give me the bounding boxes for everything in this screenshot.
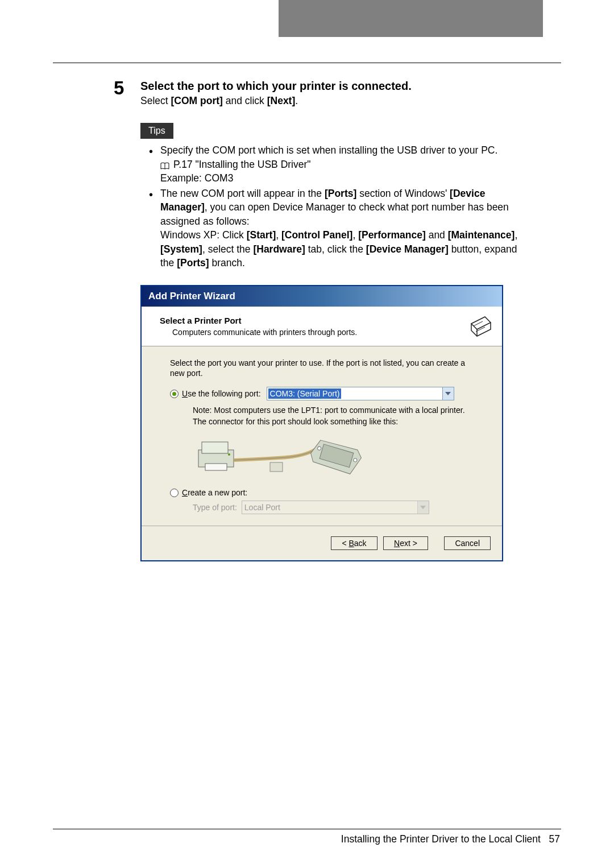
t2j: , bbox=[352, 229, 358, 241]
add-printer-wizard-dialog: Add Printer Wizard Select a Printer Port… bbox=[140, 285, 503, 562]
t2f: Windows XP: Click bbox=[160, 229, 247, 241]
svg-rect-2 bbox=[202, 442, 228, 453]
radio-use-following-port[interactable]: Use the following port: COM3: (Serial Po… bbox=[170, 387, 474, 400]
t2g: [Start] bbox=[247, 229, 276, 241]
type-of-port-dropdown: Local Port bbox=[242, 501, 429, 514]
t2b: [Ports] bbox=[325, 188, 356, 199]
chevron-down-icon[interactable] bbox=[442, 387, 454, 400]
header-gray-block bbox=[279, 0, 543, 37]
svg-rect-3 bbox=[205, 464, 227, 470]
radio-create-label: Create a new port: bbox=[182, 488, 247, 497]
t2l: and bbox=[426, 229, 448, 241]
step-subtext-bold2: [Next] bbox=[267, 95, 296, 106]
step-subtext-suffix: . bbox=[295, 95, 298, 106]
step-subtext-mid: and click bbox=[223, 95, 267, 106]
t2h: , bbox=[276, 229, 281, 241]
next-u: N bbox=[394, 539, 400, 548]
tips-list: Specify the COM port which is set when i… bbox=[148, 143, 533, 270]
top-divider bbox=[53, 63, 561, 63]
radio-create-rest: reate a new port: bbox=[188, 488, 247, 497]
port-select-dropdown[interactable]: COM3: (Serial Port) bbox=[267, 387, 454, 400]
t2v: branch. bbox=[209, 257, 245, 268]
t2i: [Control Panel] bbox=[281, 229, 352, 241]
footer-text: Installing the Printer Driver to the Loc… bbox=[341, 833, 560, 845]
next-rest: ext > bbox=[400, 539, 417, 548]
t2n: , bbox=[515, 229, 517, 241]
tips-1-ref: P.17 "Installing the USB Driver" bbox=[173, 159, 311, 170]
step-heading: Select the port to which your printer is… bbox=[140, 80, 533, 93]
back-rest: ack bbox=[354, 539, 367, 548]
next-button[interactable]: Next > bbox=[383, 536, 428, 550]
connector-illustration bbox=[193, 431, 474, 478]
wizard-body: Select the port you want your printer to… bbox=[142, 346, 502, 526]
t2m: [Maintenance] bbox=[448, 229, 515, 241]
radio-use-label: Use the following port: bbox=[182, 389, 261, 398]
port-select-value: COM3: (Serial Port) bbox=[268, 388, 342, 399]
svg-rect-5 bbox=[270, 462, 283, 472]
tips-item-2: The new COM port will appear in the [Por… bbox=[148, 187, 533, 270]
back-prefix: < bbox=[342, 539, 349, 548]
radio-circle-unselected bbox=[170, 489, 179, 497]
note-line2: The connector for this port should look … bbox=[193, 417, 398, 426]
t2k: [Performance] bbox=[358, 229, 426, 241]
step-subtext: Select [COM port] and click [Next]. bbox=[140, 95, 533, 107]
wizard-header-title: Select a Printer Port bbox=[160, 316, 491, 325]
t2u: [Ports] bbox=[177, 257, 209, 268]
t2s: [Device Manager] bbox=[366, 243, 449, 255]
type-of-port-label: Type of port: bbox=[193, 503, 237, 512]
bottom-divider bbox=[53, 829, 561, 829]
t2c: section of Windows' bbox=[356, 188, 450, 199]
t2o: [System] bbox=[160, 243, 202, 255]
type-of-port-value: Local Port bbox=[244, 503, 280, 512]
back-button[interactable]: < Back bbox=[331, 536, 377, 550]
wizard-header-sub: Computers communicate with printers thro… bbox=[172, 328, 491, 337]
radio-create-new-port[interactable]: Create a new port: bbox=[170, 488, 474, 497]
wizard-header: Select a Printer Port Computers communic… bbox=[142, 307, 502, 346]
printer-port-icon bbox=[468, 315, 493, 340]
tips-1-line3: Example: COM3 bbox=[160, 172, 233, 184]
note-line1: Note: Most computers use the LPT1: port … bbox=[193, 406, 465, 415]
radio-create-u: C bbox=[182, 488, 188, 497]
t2r: tab, click the bbox=[305, 243, 366, 255]
port-note: Note: Most computers use the LPT1: port … bbox=[193, 405, 474, 427]
cancel-button[interactable]: Cancel bbox=[444, 536, 491, 550]
book-icon bbox=[160, 162, 169, 170]
radio-circle-selected bbox=[170, 390, 179, 398]
t2p: , select the bbox=[202, 243, 254, 255]
step-subtext-bold1: [COM port] bbox=[171, 95, 223, 106]
wizard-footer: < Back Next > Cancel bbox=[142, 526, 502, 560]
svg-point-4 bbox=[228, 453, 230, 456]
radio-use-u: U bbox=[182, 389, 188, 398]
page-number: 57 bbox=[549, 833, 560, 845]
t2a: The new COM port will appear in the bbox=[160, 188, 325, 199]
t2q: [Hardware] bbox=[253, 243, 305, 255]
tips-item-1: Specify the COM port which is set when i… bbox=[148, 143, 533, 185]
tips-1-line1: Specify the COM port which is set when i… bbox=[160, 144, 497, 156]
step-number: 5 bbox=[114, 77, 124, 99]
tips-label: Tips bbox=[140, 123, 173, 139]
step-subtext-prefix: Select bbox=[140, 95, 171, 106]
type-of-port-row: Type of port: Local Port bbox=[193, 501, 474, 514]
wizard-titlebar: Add Printer Wizard bbox=[142, 286, 502, 307]
chevron-down-icon-disabled bbox=[417, 501, 429, 514]
wizard-body-intro: Select the port you want your printer to… bbox=[170, 358, 474, 379]
footer-label: Installing the Printer Driver to the Loc… bbox=[341, 833, 541, 845]
t2e: , you can open Device Manager to check w… bbox=[160, 201, 509, 227]
content-area: 5 Select the port to which your printer … bbox=[117, 80, 533, 561]
radio-use-rest: se the following port: bbox=[188, 389, 260, 398]
back-u: B bbox=[349, 539, 354, 548]
